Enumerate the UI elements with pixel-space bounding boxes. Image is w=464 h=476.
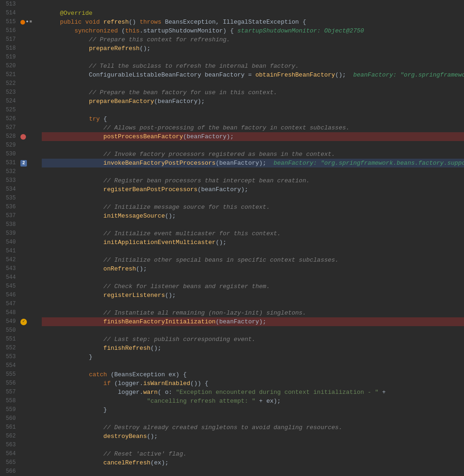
code-line-548: // Instantiate all remaining (non-lazy-i…	[42, 309, 464, 317]
gutter-row-547: 547	[0, 300, 42, 309]
code-line-522	[42, 79, 464, 88]
gutter-row-533: 533	[0, 176, 42, 185]
gutter-row-559: 559	[0, 405, 42, 414]
gutter-row-563: 563	[0, 441, 42, 450]
gutter-row-526: 526	[0, 115, 42, 123]
code-line-520: // Tell the subclass to refresh the inte…	[42, 62, 464, 71]
gutter-row-549: 549 ✓	[0, 317, 42, 326]
gutter-row-520: 520	[0, 62, 42, 71]
gutter-row-560: 560	[0, 414, 42, 423]
gutter-row-548: 548	[0, 309, 42, 317]
code-line-550	[42, 326, 464, 335]
code-line-553: }	[42, 353, 464, 361]
gutter-row-532: 532	[0, 167, 42, 176]
code-editor: 513 514 515 ● ■ 516	[0, 0, 464, 476]
gutter-row-518: 518	[0, 44, 42, 53]
gutter-row-546: 546	[0, 291, 42, 300]
gutter-row-542: 542	[0, 256, 42, 264]
gutter-row-513: 513	[0, 0, 42, 9]
code-line-554	[42, 361, 464, 370]
gutter-row-517: 517	[0, 35, 42, 44]
gutter-row-535: 535	[0, 194, 42, 203]
gutter-row-522: 522	[0, 79, 42, 88]
gutter-row-536: 536	[0, 203, 42, 212]
code-line-556: if (logger.isWarnEnabled()) {	[42, 379, 464, 388]
gutter-row-528: 528	[0, 132, 42, 141]
code-line-540: initApplicationEventMulticaster();	[42, 238, 464, 247]
gutter-row-521: 521	[0, 71, 42, 79]
code-line-530: // Invoke factory processors registered …	[42, 150, 464, 159]
code-line-538	[42, 220, 464, 229]
gutter-row-565: 565	[0, 458, 42, 467]
code-line-533: // Register bean processors that interce…	[42, 176, 464, 185]
gutter-row-564: 564	[0, 450, 42, 458]
gutter-row-561: 561	[0, 423, 42, 432]
badge-2-icon: 2	[20, 160, 27, 167]
line-gutter: 513 514 515 ● ■ 516	[0, 0, 42, 476]
gutter-row-538: 538	[0, 220, 42, 229]
code-line-534: registerBeanPostProcessors(beanFactory);	[42, 185, 464, 194]
breakpoint-icon[interactable]	[20, 134, 26, 140]
gutter-row-525: 525	[0, 106, 42, 115]
gutter-row-541: 541	[0, 247, 42, 256]
code-line-525	[42, 106, 464, 115]
code-line-558: "cancelling refresh attempt: " + ex);	[42, 397, 464, 405]
code-line-526: try {	[42, 115, 464, 123]
code-line-527: // Allows post-processing of the bean fa…	[42, 123, 464, 132]
code-lines: @Override public void refresh() throws B…	[42, 0, 464, 476]
code-line-513	[42, 0, 464, 9]
gutter-row-540: 540	[0, 238, 42, 247]
code-line-564: // Reset 'active' flag.	[42, 450, 464, 458]
code-line-535	[42, 194, 464, 203]
code-line-543: onRefresh();	[42, 264, 464, 273]
code-line-565: cancelRefresh(ex);	[42, 458, 464, 467]
gutter-row-558: 558	[0, 397, 42, 405]
code-line-555: catch (BeansException ex) {	[42, 370, 464, 379]
gutter-row-553: 553	[0, 353, 42, 361]
code-line-539: // Initialize event multicaster for this…	[42, 229, 464, 238]
code-line-546: registerListeners();	[42, 291, 464, 300]
gutter-row-550: 550	[0, 326, 42, 335]
code-line-523: // Prepare the bean factory for use in t…	[42, 88, 464, 97]
code-line-559: }	[42, 405, 464, 414]
gutter-row-534: 534	[0, 185, 42, 194]
code-line-541	[42, 247, 464, 256]
gutter-row-552: 552	[0, 344, 42, 353]
code-line-542: // Initialize other special beans in spe…	[42, 256, 464, 264]
gutter-row-529: 529	[0, 141, 42, 150]
code-line-517: // Prepare this context for refreshing.	[42, 35, 464, 44]
code-line-519	[42, 53, 464, 62]
code-line-561: // Destroy already created singletons to…	[42, 423, 464, 432]
code-line-566	[42, 467, 464, 476]
code-line-552: finishRefresh();	[42, 344, 464, 353]
code-line-563	[42, 441, 464, 450]
code-line-532	[42, 167, 464, 176]
gutter-row-515: 515 ● ■	[0, 18, 42, 26]
gutter-row-537: 537	[0, 212, 42, 220]
gutter-row-554: 554	[0, 361, 42, 370]
code-line-521: ConfigurableListableBeanFactory beanFact…	[42, 71, 464, 79]
code-line-516: synchronized (this.startupShutdownMonito…	[42, 26, 464, 35]
gutter-row-523: 523	[0, 88, 42, 97]
code-line-536: // Initialize message source for this co…	[42, 203, 464, 212]
warning-breakpoint-icon[interactable]: ✓	[20, 319, 27, 325]
code-line-557: logger.warn( o: "Exception encountered d…	[42, 388, 464, 397]
run-icon[interactable]	[20, 20, 25, 25]
gutter-row-514: 514	[0, 9, 42, 18]
code-line-551: // Last step: publish corresponding even…	[42, 335, 464, 344]
gutter-row-543: 543	[0, 264, 42, 273]
gutter-row-544: 544	[0, 273, 42, 282]
gutter-row-545: 545	[0, 282, 42, 291]
debug-icon[interactable]: ●	[26, 18, 28, 26]
gutter-row-557: 557	[0, 388, 42, 397]
code-line-545: // Check for listener beans and register…	[42, 282, 464, 291]
gutter-row-539: 539	[0, 229, 42, 238]
code-line-544	[42, 273, 464, 282]
gutter-row-566: 566	[0, 467, 42, 476]
code-line-514: @Override	[42, 9, 464, 18]
gutter-row-555: 555	[0, 370, 42, 379]
code-line-515: public void refresh() throws BeansExcept…	[42, 18, 464, 26]
gutter-row-524: 524	[0, 97, 42, 106]
code-line-547	[42, 300, 464, 309]
code-content: 513 514 515 ● ■ 516	[0, 0, 464, 476]
